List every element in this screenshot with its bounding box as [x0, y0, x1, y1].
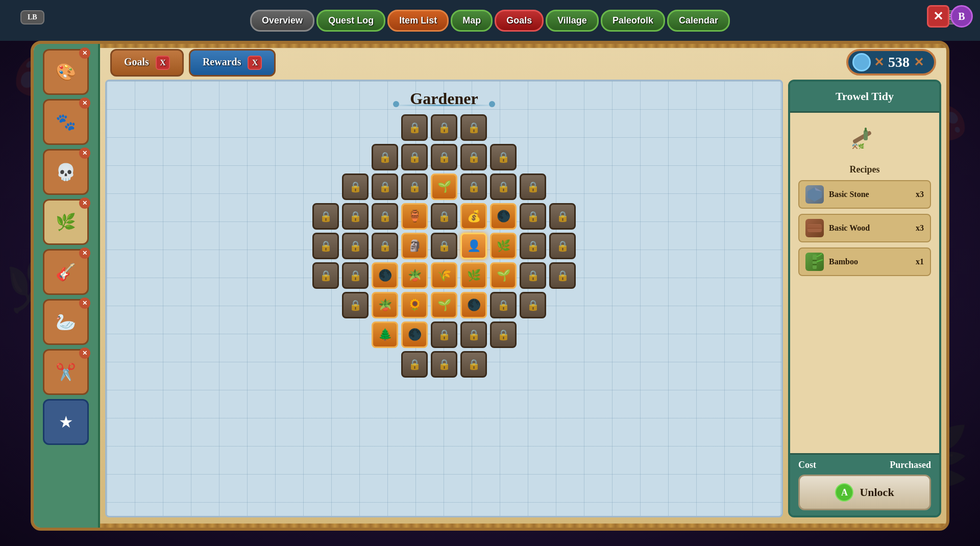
skill-node-4-1[interactable] [312, 203, 339, 230]
skill-node-7-3[interactable]: 🌻 [401, 292, 428, 318]
skill-node-7-5[interactable]: 🌑 [460, 292, 487, 318]
skill-node-8-3[interactable] [431, 321, 457, 348]
skill-node-3-5[interactable] [460, 173, 487, 200]
sidebar-item-paint[interactable]: 🎨 ✕ [43, 49, 89, 95]
skill-node-4-3[interactable] [372, 203, 398, 230]
skill-node-5-3[interactable] [372, 233, 398, 259]
skill-node-4-4[interactable]: 🏺 [401, 203, 428, 230]
nav-item-list[interactable]: Item List [387, 10, 449, 32]
sidebar-item-skull[interactable]: 💀 ✕ [43, 149, 89, 195]
tab-goals[interactable]: Goals X [110, 49, 184, 77]
skill-node-4-6[interactable]: 💰 [460, 203, 487, 230]
skill-node-2-1[interactable] [372, 144, 398, 170]
skill-node-7-2[interactable]: 🪴 [372, 292, 398, 318]
skill-node-7-6[interactable] [490, 292, 517, 318]
skill-node-3-2[interactable] [372, 173, 398, 200]
music-icon: 🎸 [56, 262, 76, 282]
skill-node-3-4[interactable]: 🌱 [431, 173, 457, 200]
nav-overview[interactable]: Overview [250, 10, 314, 32]
skill-node-6-7[interactable]: 🌱 [490, 262, 517, 289]
skill-node-2-4[interactable] [460, 144, 487, 170]
skill-node-5-5[interactable] [431, 233, 457, 259]
node-row-6: 🌑 🪴 🌾 🌿 🌱 [291, 262, 597, 289]
skill-node-5-4[interactable]: 🗿 [401, 233, 428, 259]
recipe-bamboo: Bamboo x1 [798, 247, 931, 276]
skill-node-3-7[interactable] [520, 173, 546, 200]
sidebar-cross-bird: ✕ [79, 297, 90, 309]
skill-node-5-9[interactable] [549, 233, 576, 259]
skill-node-5-8[interactable] [520, 233, 546, 259]
skill-node-8-4[interactable] [460, 321, 487, 348]
skill-node-9-2[interactable] [431, 351, 457, 378]
skill-node-1-2[interactable] [431, 114, 457, 141]
skill-node-9-1[interactable] [401, 351, 428, 378]
skill-node-4-8[interactable] [520, 203, 546, 230]
skill-node-1-1[interactable] [401, 114, 428, 141]
panel-title: Trowel Tidy [836, 90, 894, 103]
skill-node-1-3[interactable] [460, 114, 487, 141]
skill-node-2-3[interactable] [431, 144, 457, 170]
node-row-7: 🪴 🌻 🌱 🌑 [291, 292, 597, 318]
bird-icon: 🦢 [56, 312, 76, 332]
nav-village[interactable]: Village [546, 10, 599, 32]
skill-node-5-7[interactable]: 🌿 [490, 233, 517, 259]
skull-icon: 💀 [56, 162, 76, 182]
node-row-4: 🏺 💰 🌑 [291, 203, 597, 230]
nav-map[interactable]: Map [451, 10, 493, 32]
skill-node-9-3[interactable] [460, 351, 487, 378]
sidebar-item-craft[interactable]: ✂️ ✕ [43, 349, 89, 395]
skill-node-6-4[interactable]: 🪴 [401, 262, 428, 289]
nav-paleofolk[interactable]: Paleofolk [601, 10, 665, 32]
tab-rewards[interactable]: Rewards X [189, 49, 276, 77]
skill-node-8-1[interactable]: 🌲 [372, 321, 398, 348]
close-button[interactable]: ✕ [927, 5, 949, 28]
recipes-label: Recipes [798, 164, 931, 175]
skill-node-3-1[interactable] [342, 173, 369, 200]
tab-goals-close[interactable]: X [156, 56, 170, 70]
skill-node-6-9[interactable] [549, 262, 576, 289]
sidebar-item-star[interactable]: ★ [43, 399, 89, 445]
skill-node-2-5[interactable] [490, 144, 517, 170]
skill-node-6-3[interactable]: 🌑 [372, 262, 398, 289]
skill-node-6-1[interactable] [312, 262, 339, 289]
connector-dot-right [489, 101, 495, 107]
sidebar-item-bird[interactable]: 🦢 ✕ [43, 299, 89, 345]
panel-body: ⚒️🌿 Recipes Basic Stone x3 [790, 113, 939, 453]
skill-node-6-6[interactable]: 🌿 [460, 262, 487, 289]
skill-node-4-9[interactable] [549, 203, 576, 230]
sidebar-item-music[interactable]: 🎸 ✕ [43, 249, 89, 295]
skill-node-2-2[interactable] [401, 144, 428, 170]
skill-node-3-3[interactable] [401, 173, 428, 200]
skill-node-7-7[interactable] [520, 292, 546, 318]
svg-text:⚒️🌿: ⚒️🌿 [852, 143, 865, 150]
skill-node-3-6[interactable] [490, 173, 517, 200]
skill-node-6-8[interactable] [520, 262, 546, 289]
svg-rect-0 [852, 131, 872, 144]
unlock-button[interactable]: A Unlock [798, 475, 931, 510]
lb-button[interactable]: LB [20, 10, 44, 24]
tab-rewards-close[interactable]: X [248, 56, 262, 70]
skill-node-4-5[interactable] [431, 203, 457, 230]
skill-node-4-7[interactable]: 🌑 [490, 203, 517, 230]
skill-node-4-2[interactable] [342, 203, 369, 230]
nav-quest-log[interactable]: Quest Log [316, 10, 385, 32]
node-row-1 [291, 114, 597, 141]
craft-icon: ✂️ [56, 362, 76, 382]
sidebar-cross-animal: ✕ [79, 97, 90, 109]
skill-node-5-2[interactable] [342, 233, 369, 259]
skill-node-5-1[interactable] [312, 233, 339, 259]
sidebar-item-plant[interactable]: 🌿 ✕ [43, 199, 89, 245]
skill-node-6-5[interactable]: 🌾 [431, 262, 457, 289]
skill-node-8-5[interactable] [490, 321, 517, 348]
skill-node-6-2[interactable] [342, 262, 369, 289]
skill-node-5-6[interactable]: 👤 [460, 233, 487, 259]
sidebar-item-animal[interactable]: 🐾 ✕ [43, 99, 89, 145]
nav-calendar[interactable]: Calendar [667, 10, 730, 32]
skill-node-8-2[interactable]: 🌑 [401, 321, 428, 348]
skill-node-7-1[interactable] [342, 292, 369, 318]
sidebar-cross-music: ✕ [79, 247, 90, 259]
wood-count: x3 [916, 224, 924, 233]
skill-node-7-4[interactable]: 🌱 [431, 292, 457, 318]
nav-goals[interactable]: Goals [495, 10, 544, 32]
b-button[interactable]: B [950, 5, 973, 28]
